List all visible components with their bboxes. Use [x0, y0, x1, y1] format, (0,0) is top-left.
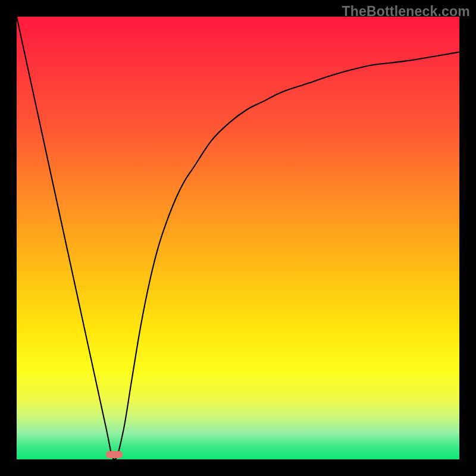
optimum-marker — [106, 451, 123, 458]
watermark-text: TheBottleneck.com — [342, 4, 470, 20]
bottleneck-curve — [17, 17, 459, 459]
plot-area — [17, 17, 459, 459]
chart-frame: TheBottleneck.com — [0, 0, 476, 476]
